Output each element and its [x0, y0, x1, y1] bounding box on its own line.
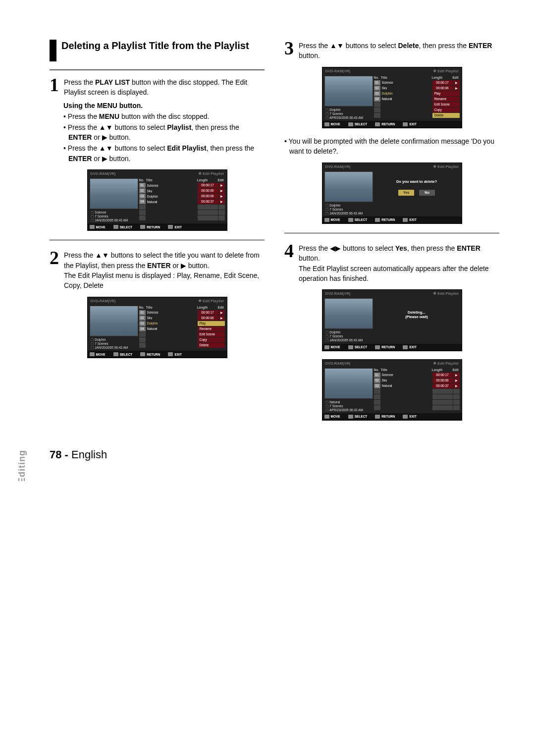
step-4: 4 Press the ◀▶ buttons to select Yes, th… — [284, 242, 499, 283]
select-button-icon — [348, 122, 353, 126]
dpad-icon — [324, 122, 329, 126]
menu-edit-scene[interactable]: Edit Scene — [198, 332, 225, 337]
note-text: You will be prompted with the delete con… — [284, 136, 499, 157]
return-button-icon — [140, 352, 145, 356]
select-button-icon — [348, 218, 353, 222]
section-heading: Deleting a Playlist Title from the Playl… — [50, 40, 265, 61]
page-footer: 78 - English — [50, 448, 499, 461]
thumbnail-image — [324, 76, 373, 107]
exit-button-icon — [403, 218, 408, 222]
heading-title: Deleting a Playlist Title from the Playl… — [61, 40, 249, 52]
thumbnail-image — [90, 306, 138, 336]
menu-delete[interactable]: Delete — [432, 113, 460, 118]
exit-button-icon — [403, 415, 408, 419]
dpad-icon — [324, 415, 329, 419]
osd-screenshot-3: DVD-RAM(VR)❖ Edit Playlist Dolphin 7 Sce… — [322, 67, 462, 128]
return-button-icon — [375, 415, 380, 419]
menu-play[interactable]: Play — [432, 91, 460, 96]
menu-edit-scene[interactable]: Edit Scene — [432, 102, 460, 107]
osd-screenshot-2: DVD-RAM(VR)❖ Edit Playlist Dolphin 7 Sce… — [87, 297, 227, 358]
menu-delete[interactable]: Delete — [198, 343, 225, 348]
dpad-icon — [324, 218, 329, 222]
page-number: 78 - — [50, 448, 68, 461]
divider — [50, 240, 265, 240]
no-button[interactable]: No — [419, 190, 435, 196]
menu-rename[interactable]: Rename — [198, 326, 225, 331]
exit-button-icon — [403, 122, 408, 126]
thumbnail-image — [324, 298, 373, 329]
step-1: 1 Press the PLAY LIST button with the di… — [50, 76, 265, 98]
menu-copy[interactable]: Copy — [198, 337, 225, 342]
confirm-message: Do you want to delete? — [374, 170, 460, 187]
menu-copy[interactable]: Copy — [432, 108, 460, 112]
menu-steps-list: Press the MENU button with the disc stop… — [63, 111, 265, 163]
return-button-icon — [140, 225, 145, 229]
select-button-icon — [113, 225, 118, 229]
dpad-icon — [90, 352, 95, 356]
select-button-icon — [348, 415, 353, 419]
return-button-icon — [375, 218, 380, 222]
yes-button[interactable]: Yes — [398, 190, 414, 196]
osd-screenshot-confirm: DVD-RAM(VR)❖ Edit Playlist Dolphin 7 Sce… — [322, 162, 462, 224]
sub-heading: Using the MENU button. — [63, 102, 265, 109]
side-tab-label: Editing — [17, 450, 27, 481]
menu-rename[interactable]: Rename — [432, 97, 460, 102]
osd-screenshot-after: DVD-RAM(VR)❖ Edit Playlist Natural 7 Sce… — [322, 359, 462, 421]
osd-screenshot-1: DVD-RAM(VR)❖ Edit Playlist Science 7 Sce… — [87, 169, 227, 231]
step-number: 4 — [284, 242, 294, 259]
return-button-icon — [375, 122, 380, 126]
select-button-icon — [113, 352, 118, 356]
dpad-icon — [324, 345, 329, 349]
thumbnail-image — [324, 368, 373, 399]
exit-button-icon — [168, 225, 173, 229]
deleting-message: Deleting... (Please wait) — [374, 297, 460, 322]
select-button-icon — [348, 345, 353, 349]
thumbnail-image — [90, 178, 138, 209]
step-2: 2 Press the ▲▼ buttons to select the tit… — [50, 249, 265, 290]
step-number: 3 — [284, 40, 294, 56]
thumbnail-image — [324, 171, 373, 202]
step-number: 2 — [50, 249, 59, 266]
menu-play[interactable]: Play — [198, 321, 225, 326]
step-3: 3 Press the ▲▼ buttons to select Delete,… — [284, 40, 499, 61]
exit-button-icon — [403, 345, 408, 349]
step-number: 1 — [50, 76, 59, 93]
heading-bar — [50, 40, 56, 61]
dpad-icon — [90, 225, 95, 229]
osd-screenshot-deleting: DVD-RAM(VR)❖ Edit Playlist Dolphin 7 Sce… — [322, 289, 462, 351]
divider — [50, 69, 265, 70]
divider — [284, 233, 499, 233]
page-language: English — [71, 448, 107, 461]
return-button-icon — [375, 345, 380, 349]
exit-button-icon — [168, 352, 173, 356]
